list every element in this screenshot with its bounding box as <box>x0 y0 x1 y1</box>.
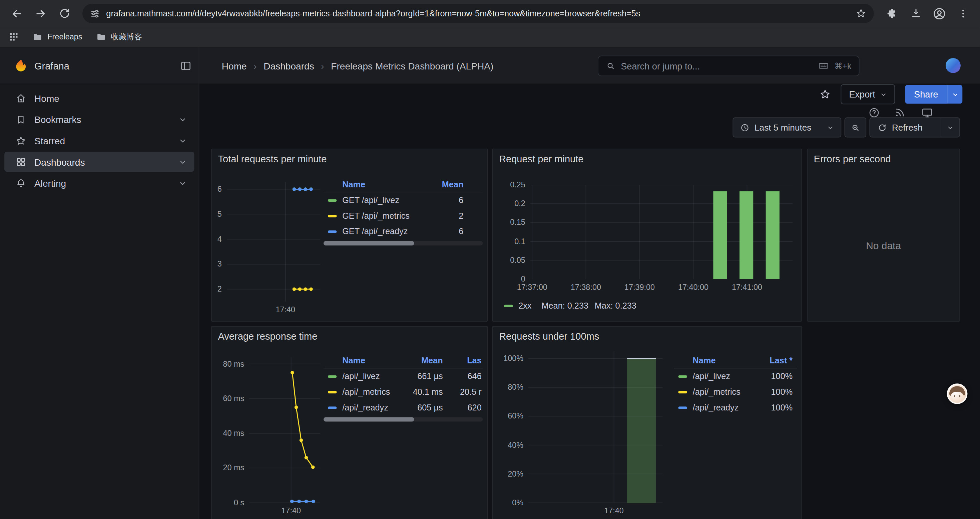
avatar-face-icon <box>948 385 966 403</box>
legend-row[interactable]: /api/_readyz 605 µs 620 <box>323 400 483 415</box>
share-button[interactable]: Share <box>905 85 947 104</box>
grafana-logo-icon[interactable] <box>14 58 28 74</box>
legend-header-last[interactable]: Las <box>454 356 481 366</box>
panel-average-response-time: Average response time Name Mean Las /api… <box>211 326 488 519</box>
legend-row[interactable]: GET /api/_livez 6 <box>323 192 483 208</box>
breadcrumb-dashboards[interactable]: Dashboards <box>264 61 314 71</box>
series-name[interactable]: GET /api/_metrics <box>342 211 436 220</box>
legend-header-name[interactable]: Name <box>342 356 404 366</box>
series-name[interactable]: /api/_readyz <box>342 403 404 412</box>
series-name[interactable]: /api/_metrics <box>693 387 762 396</box>
back-button[interactable] <box>6 3 28 24</box>
url-bar[interactable]: grafana.mathmast.com/d/deytv4rwavabkb/fr… <box>83 4 873 23</box>
help-icon[interactable] <box>868 107 880 119</box>
browser-menu-button[interactable] <box>953 3 974 24</box>
sidebar-item-dashboards[interactable]: Dashboards <box>4 152 194 172</box>
monitor-icon[interactable] <box>921 107 933 119</box>
apps-grid-icon[interactable] <box>9 32 19 42</box>
grafana-brand[interactable]: Grafana <box>34 48 69 84</box>
bell-icon <box>16 178 26 188</box>
user-avatar[interactable] <box>946 58 961 73</box>
legend-row[interactable]: GET /api/_metrics 2 <box>323 208 483 224</box>
legend-row[interactable]: GET /api/_readyz 6 <box>323 224 483 239</box>
bookmark-page-star-icon[interactable] <box>856 8 866 19</box>
site-settings-icon[interactable] <box>90 8 100 18</box>
bookmark-item-freeleaps[interactable]: Freeleaps <box>32 32 82 42</box>
time-range-picker[interactable]: Last 5 minutes <box>732 118 841 137</box>
legend-scrollbar[interactable] <box>323 241 483 246</box>
legend-header-last[interactable]: Last * <box>762 356 793 366</box>
reload-button[interactable] <box>54 3 75 24</box>
legend-scrollbar-thumb[interactable] <box>323 241 414 246</box>
chevron-down-icon[interactable] <box>179 179 187 187</box>
chart-svg <box>227 182 321 302</box>
legend-header-mean[interactable]: Mean <box>404 356 443 366</box>
y-axis-tick-label: 0 s <box>234 498 244 507</box>
x-axis-tick-label: 17:40 <box>276 305 296 314</box>
assistant-avatar[interactable] <box>947 383 968 404</box>
panel-title[interactable]: Requests under 100ms <box>499 331 599 342</box>
series-name[interactable]: GET /api/_readyz <box>342 227 436 236</box>
legend-row[interactable]: /api/_livez 661 µs 646 <box>323 368 483 384</box>
sidebar-toggle-icon[interactable] <box>180 60 192 72</box>
legend-row[interactable]: /api/_readyz 100% <box>674 400 797 415</box>
x-axis-tick-label: 17:37:00 <box>517 283 547 292</box>
back-icon <box>11 7 23 20</box>
url-text[interactable]: grafana.mathmast.com/d/deytv4rwavabkb/fr… <box>106 9 849 18</box>
total-requests-chart[interactable] <box>227 182 321 302</box>
y-axis-tick-label: 80% <box>508 383 523 392</box>
panel-title[interactable]: Errors per second <box>814 153 891 165</box>
series-name[interactable]: /api/_livez <box>693 372 762 381</box>
legend-header-mean[interactable]: Mean <box>436 180 463 189</box>
sidebar-item-starred[interactable]: Starred <box>4 131 194 151</box>
search-input[interactable]: Search or jump to... ⌘+k <box>598 56 859 76</box>
chevron-down-icon[interactable] <box>179 115 187 123</box>
refresh-interval-button[interactable] <box>941 118 959 137</box>
chart-svg <box>528 351 663 503</box>
y-axis-tick-label: 40 ms <box>223 429 244 438</box>
chevron-down-icon[interactable] <box>179 137 187 145</box>
panel-title[interactable]: Average response time <box>218 331 318 342</box>
legend-row[interactable]: /api/_metrics 40.1 ms 20.5 r <box>323 384 483 400</box>
y-axis-tick-label: 0.05 <box>510 256 525 265</box>
breadcrumb-home[interactable]: Home <box>222 61 247 71</box>
legend-inline[interactable]: 2xx Mean: 0.233 Max: 0.233 <box>504 301 636 310</box>
y-axis-tick-label: 3 <box>218 260 222 268</box>
series-name[interactable]: /api/_livez <box>342 372 404 381</box>
y-axis-tick-label: 4 <box>218 235 222 243</box>
panel-title[interactable]: Request per minute <box>499 153 584 165</box>
refresh-button[interactable]: Refresh <box>870 118 941 137</box>
legend-scrollbar-thumb[interactable] <box>323 417 414 422</box>
browser-profile-button[interactable] <box>929 3 950 24</box>
legend-header-name[interactable]: Name <box>342 180 436 189</box>
series-mean: 2 <box>436 211 463 220</box>
extensions-button[interactable] <box>881 3 903 24</box>
series-name[interactable]: /api/_metrics <box>342 387 404 396</box>
legend-header-name[interactable]: Name <box>693 356 762 366</box>
sidebar-item-home[interactable]: Home <box>4 88 194 108</box>
requests-under-100ms-chart[interactable] <box>528 351 663 503</box>
sidebar-item-alerting[interactable]: Alerting <box>4 173 194 193</box>
legend-scrollbar[interactable] <box>323 417 483 422</box>
series-name[interactable]: GET /api/_livez <box>342 195 436 205</box>
panel-title[interactable]: Total requests per minute <box>218 153 327 165</box>
legend-row[interactable]: /api/_metrics 100% <box>674 384 797 400</box>
export-button[interactable]: Export <box>841 84 895 104</box>
rss-icon[interactable] <box>894 107 905 118</box>
chevron-down-icon[interactable] <box>179 158 187 166</box>
breadcrumb-current-page[interactable]: Freeleaps Metrics Dashboard (ALPHA) <box>331 61 493 71</box>
forward-button[interactable] <box>30 3 51 24</box>
favorite-star-icon[interactable] <box>819 89 831 100</box>
zoom-out-button[interactable] <box>845 118 867 137</box>
share-menu-button[interactable] <box>947 85 963 104</box>
y-axis-tick-label: 40% <box>508 441 523 449</box>
sidebar-item-bookmarks[interactable]: Bookmarks <box>4 109 194 129</box>
bookmark-item-blogs[interactable]: 收藏博客 <box>96 31 142 42</box>
series-name[interactable]: 2xx <box>519 301 531 310</box>
bookmark-icon <box>16 114 26 125</box>
series-name[interactable]: /api/_readyz <box>693 403 762 412</box>
downloads-button[interactable] <box>905 3 926 24</box>
average-response-time-chart[interactable] <box>249 357 320 503</box>
request-per-minute-chart[interactable] <box>530 185 792 279</box>
legend-row[interactable]: /api/_livez 100% <box>674 368 797 384</box>
